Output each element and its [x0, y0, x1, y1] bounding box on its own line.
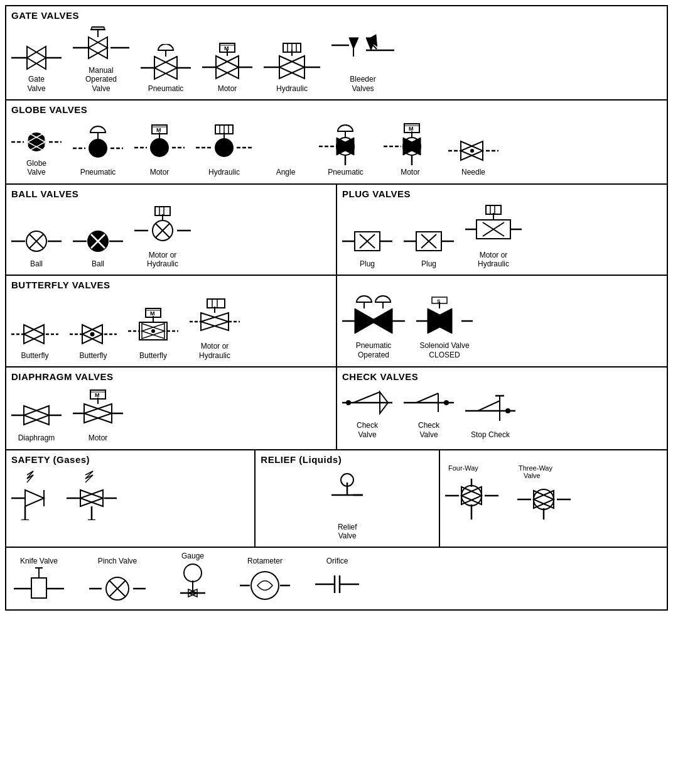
gate-valves-title: GATE VALVES — [11, 10, 662, 21]
ball-motor-label: Motor orHydraulic — [147, 251, 178, 269]
svg-line-209 — [85, 475, 93, 482]
svg-point-247 — [184, 564, 202, 582]
svg-point-142 — [151, 329, 155, 333]
bottom-gauge: Gauge — [171, 552, 215, 606]
globe-valve-icon — [11, 128, 62, 156]
svg-marker-173 — [24, 406, 49, 425]
globe-valve-label: GlobeValve — [26, 159, 46, 177]
plug2-icon — [404, 226, 454, 257]
ball1-label: Ball — [30, 259, 43, 268]
butterfly-valves-section: BUTTERFLY VALVES Butterfly — [6, 276, 337, 366]
globe-hydraulic-icon — [196, 120, 252, 165]
plug2-label: Plug — [421, 259, 436, 268]
ball-motor-icon — [134, 204, 191, 248]
bottom-orifice: Orifice — [315, 557, 359, 601]
diaphragm-label: Diaphragm — [18, 433, 55, 442]
valve-check2: CheckValve — [404, 387, 454, 439]
relief-label: ReliefValve — [338, 523, 357, 541]
plug1-icon — [342, 226, 392, 257]
svg-marker-158 — [370, 308, 392, 334]
svg-marker-3 — [27, 46, 46, 69]
svg-text:Valve: Valve — [524, 472, 541, 479]
rotameter-label: Rotameter — [247, 557, 283, 565]
stop-check-label: Stop Check — [471, 430, 510, 439]
valve-plug-motor: Motor orHydraulic — [465, 204, 522, 269]
gate-pneumatic-icon — [141, 44, 191, 82]
diaphragm-valves-row: Diaphragm M Motor — [11, 384, 331, 445]
svg-point-63 — [215, 139, 233, 156]
valve-four-way: Four-Way — [445, 463, 498, 522]
angle-pneumatic-icon — [319, 120, 372, 165]
svg-point-253 — [251, 572, 279, 599]
svg-text:Three-Way: Three-Way — [519, 464, 552, 472]
valve-gate-hydraulic: Hydraulic — [264, 41, 320, 93]
butterfly1-label: Butterfly — [21, 351, 48, 360]
svg-line-200 — [27, 475, 33, 482]
svg-marker-176 — [84, 404, 112, 423]
svg-point-56 — [151, 139, 168, 156]
butterfly3-icon: M — [128, 305, 178, 349]
diaphragm-motor-icon: M — [73, 387, 123, 431]
svg-point-136 — [90, 332, 95, 336]
diaphragm-valves-title: DIAPHRAGM VALVES — [11, 371, 331, 382]
butterfly-valves-row: Butterfly Butterfly — [11, 293, 331, 362]
valve-needle: Needle — [448, 136, 498, 177]
four-way-icon: Four-Way — [445, 463, 498, 520]
bleeder-valves-label: BleederValves — [350, 75, 375, 93]
globe-pneumatic-label: Pneumatic — [80, 168, 116, 177]
bleeder-valves-icon — [331, 31, 394, 72]
butterfly-motor-icon — [190, 295, 240, 339]
bottom-pinch: Pinch Valve — [89, 557, 146, 601]
svg-marker-16 — [154, 57, 177, 79]
check1-icon — [342, 387, 392, 418]
svg-marker-22 — [216, 56, 239, 79]
svg-marker-172 — [24, 406, 49, 425]
knife-label: Knife Valve — [20, 557, 58, 565]
angle-spacer — [281, 136, 290, 165]
globe-pneumatic-icon — [73, 124, 123, 165]
svg-marker-226 — [461, 487, 482, 504]
valve-angle-motor: M Motor — [384, 120, 437, 177]
rotameter-icon — [240, 567, 290, 601]
plug-valves-row: Plug Plug — [342, 202, 662, 271]
valve-ball1: Ball — [11, 226, 62, 268]
diaphragm-motor-label: Motor — [89, 433, 108, 442]
svg-marker-227 — [461, 487, 482, 504]
svg-marker-30 — [279, 56, 304, 79]
svg-marker-150 — [201, 313, 229, 330]
svg-marker-235 — [534, 491, 554, 508]
check2-icon — [404, 387, 454, 418]
valve-stop-check: Stop Check — [465, 393, 515, 439]
valve-butterfly3: M Butterfly — [128, 305, 178, 360]
valve-gate-motor: M Motor — [202, 41, 252, 93]
ball-valves-title: BALL VALVES — [11, 188, 331, 199]
relief-row: ReliefValve — [261, 467, 434, 543]
needle-valve-label: Needle — [461, 168, 485, 177]
safety2-icon — [67, 470, 117, 520]
svg-marker-6 — [89, 37, 107, 58]
svg-marker-202 — [25, 490, 44, 506]
butterfly3-label: Butterfly — [139, 351, 167, 360]
valve-globe: GlobeValve — [11, 128, 62, 177]
plug1-label: Plug — [360, 259, 375, 268]
bottom-row: Knife Valve Pinch Valve Gauge — [6, 548, 667, 609]
valve-gate: GateValve — [11, 43, 62, 93]
valve-ball-motor: Motor orHydraulic — [134, 204, 191, 269]
gate-motor-icon: M — [202, 41, 252, 82]
three-way-icon: Three-Way Valve — [517, 463, 571, 520]
gauge-icon — [171, 562, 215, 606]
valve-diaphragm-motor: M Motor — [73, 387, 123, 442]
gauge-label: Gauge — [181, 552, 204, 560]
safety1-icon — [11, 470, 55, 520]
check-valves-section: CHECK VALVES CheckValve — [337, 368, 667, 449]
svg-point-48 — [33, 138, 40, 146]
svg-text:M: M — [156, 127, 161, 133]
fourway-section: Four-Way Th — [440, 450, 667, 547]
bottom-rotameter: Rotameter — [240, 557, 290, 601]
svg-marker-212 — [80, 490, 103, 506]
plug-motor-icon — [465, 204, 522, 248]
svg-point-194 — [505, 408, 510, 413]
diaphragm-icon — [11, 400, 62, 431]
globe-valves-row: GlobeValve Pneumatic — [11, 117, 662, 179]
ball-plug-row: BALL VALVES Ball — [6, 185, 667, 276]
